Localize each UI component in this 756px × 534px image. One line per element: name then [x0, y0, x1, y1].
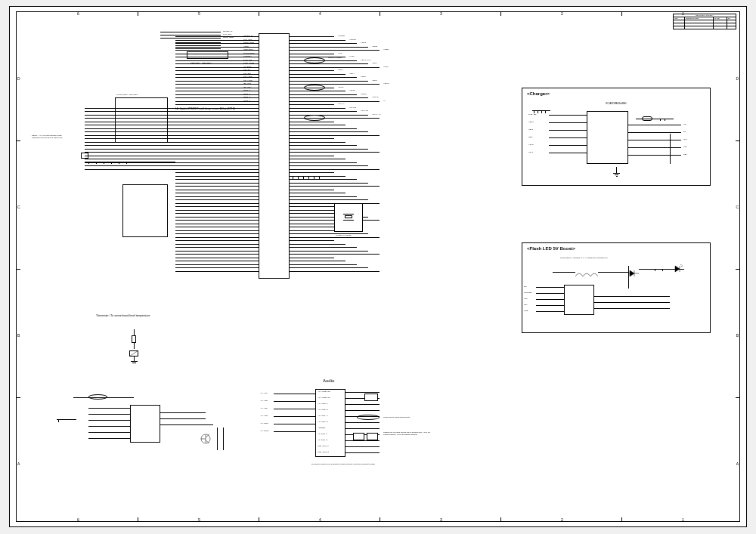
net-label: VGP6	[372, 79, 377, 82]
note-stable-cap: Check A-VL (V5) pad location of the swit…	[32, 135, 70, 140]
ic-switcheck-label: SWITCHECK AND LDOS	[116, 94, 138, 96]
pin-label: GPIO_3	[243, 100, 250, 102]
audio-net: AU_VIN0_N	[318, 409, 328, 411]
net-label: VGP5	[361, 76, 366, 78]
misc-ic	[130, 405, 160, 443]
col-6-top: 6	[77, 11, 79, 16]
notch-label-1: NOTCH FILTER	[328, 57, 342, 59]
audio-net: ACCDET	[318, 427, 325, 429]
pin-label: HP_EINT	[243, 66, 252, 68]
net-label: VTCXO	[372, 96, 379, 98]
net-label: VEMC_3V3	[361, 59, 370, 61]
charger-i2c: I2C ADDRESS=6BH	[606, 102, 626, 105]
led-icon	[674, 263, 683, 276]
crystal-icon	[345, 213, 352, 221]
net-label: VMC	[338, 52, 342, 54]
charger-block: <Charger> I2C ADDRESS=6BH CHG_ENVBUSVBAT…	[522, 88, 711, 186]
charger-net: VBUS	[528, 121, 534, 123]
pin-label: TESTMODE	[243, 42, 254, 44]
net-label: VGP4	[349, 73, 355, 75]
flash-net: STROBE	[524, 292, 531, 294]
thermistor-title: Thermistor / To sense board level temper…	[96, 314, 150, 317]
audio-net: AU_VIN1_P	[318, 415, 327, 417]
net-label: VIO18	[361, 42, 366, 44]
net-label: VPROC	[349, 39, 356, 41]
audio-single: Single use to GND short directly	[383, 416, 414, 418]
charger-ic	[587, 111, 628, 164]
col-6-bot: 6	[77, 517, 79, 522]
audio-net: PRE_OUT_P	[318, 445, 329, 447]
col-1-bot: 1	[682, 517, 684, 522]
drawing-frame: 6 5 4 3 2 1 6 5 4 3 2 1 D C	[16, 11, 740, 522]
filter-3	[304, 115, 325, 121]
net-label: VMCH	[349, 55, 355, 57]
pmic-schematic: Check A-VL (V5) pad location of the swit…	[62, 26, 380, 282]
pin-label: VRTC	[243, 45, 249, 48]
misc-block	[58, 390, 240, 473]
row-B-l: B	[17, 333, 20, 338]
charger-net: VSYS	[528, 144, 534, 146]
audio-net: AU_HSN	[260, 415, 268, 417]
col-3-top: 3	[440, 11, 442, 16]
net-label: VCAMIO	[361, 110, 368, 112]
charger-net: PG	[683, 123, 686, 125]
col-5-bot: 5	[198, 517, 200, 522]
pin-label: I2C_SCL	[243, 82, 251, 85]
pin-label: PWRKEY	[243, 55, 252, 57]
col-4-top: 4	[319, 11, 321, 16]
audio-title: Audio	[323, 378, 334, 383]
pin-label: SRCLKENA	[243, 48, 253, 51]
pin-label: SPI_CS	[243, 69, 250, 71]
filter-1	[304, 57, 325, 63]
audio-net: PRE_OUT_N	[318, 451, 329, 453]
col-5-top: 5	[198, 11, 200, 16]
audio-block: Audio AU_HPLAU_HPRAU_HSPAU_HSNAU_LOLPAU_…	[266, 378, 432, 484]
ic-aux	[122, 184, 168, 237]
charger-net: STAT	[528, 151, 533, 153]
inductor-icon	[575, 267, 598, 273]
net-label: VCAM_AF	[372, 113, 381, 116]
charger-net: ILIM	[683, 138, 687, 140]
charger-net: TS	[683, 131, 686, 133]
pin-label: WATCHDOG	[243, 52, 255, 54]
charger-net: SCL	[683, 146, 687, 148]
pin-label: PMU_INT	[243, 59, 252, 61]
net-label: VSIM2	[338, 86, 344, 88]
audio-note: To improve noise level, connect to audio…	[311, 463, 402, 465]
row-A-r: A	[736, 461, 739, 466]
ic-switcheck	[115, 97, 168, 143]
pin-label: GPIO_1	[243, 93, 250, 95]
drawing-sheet: 6 5 4 3 2 1 6 5 4 3 2 1 D C	[9, 6, 747, 527]
net-label: VSIM1	[383, 82, 389, 85]
net-label: VRF28	[361, 93, 367, 95]
audio-rules: C2255 C2442 C221 Spring cap & holding ca…	[383, 431, 436, 436]
flash-net: SCL	[524, 298, 528, 300]
pin-label: GPIO_2	[243, 96, 250, 98]
row-D-r: D	[736, 76, 739, 81]
row-C-l: C	[17, 205, 20, 209]
transistor-icon	[198, 431, 213, 449]
diode-icon	[628, 266, 639, 279]
net-label: VGP1	[372, 62, 377, 64]
audio-net: AU_HSP	[260, 407, 268, 409]
flash-net: SDA	[524, 304, 528, 306]
net-label: VCORE	[338, 35, 345, 37]
row-C-r: C	[736, 205, 739, 209]
pin-label: SPI_MOSI	[243, 76, 253, 78]
pin-label: SYS_RST	[243, 39, 252, 41]
col-2-top: 2	[561, 11, 563, 16]
col-2-bot: 2	[561, 517, 563, 522]
audio-net: AU_HPR	[260, 400, 268, 402]
audio-net: AU_LOLP	[260, 422, 268, 424]
filter-2	[304, 85, 325, 91]
audio-net: AU_OUT_P	[318, 433, 327, 435]
pin-label: SPI_MISO	[243, 79, 253, 82]
net-label: VGP2	[383, 66, 389, 68]
row-D-l: D	[17, 76, 20, 81]
flash-sub: Flash LED 5V | address: 34H | Write:0x67…	[560, 257, 608, 259]
row-A-l: A	[17, 461, 20, 466]
flash-block: <Flash LED 5V Boost> Flash LED 5V | addr…	[522, 242, 711, 333]
charger-net: SDA	[683, 153, 687, 156]
net-label: VUSB	[383, 48, 389, 51]
pin-label: I2C_SDA	[243, 86, 251, 88]
